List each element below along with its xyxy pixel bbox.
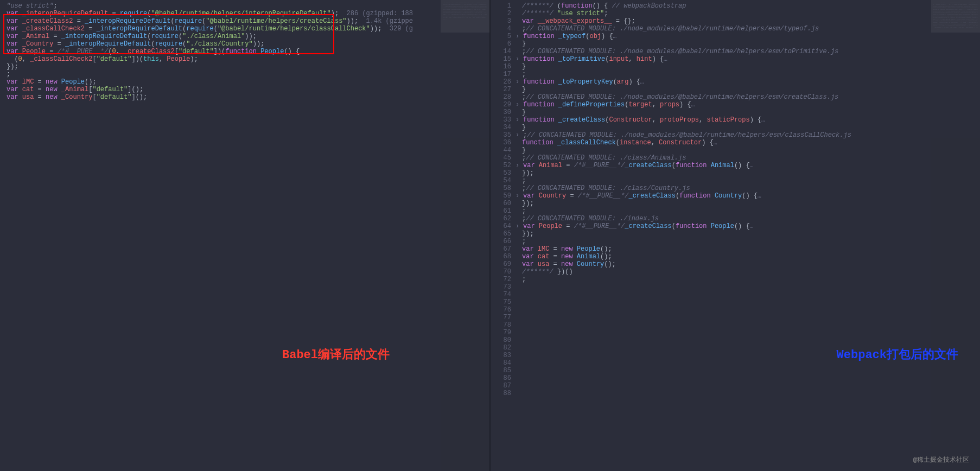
- code-line[interactable]: ;: [516, 238, 931, 245]
- code-line[interactable]: /******/ })(): [516, 268, 931, 276]
- code-line[interactable]: "use strict";: [0, 2, 441, 10]
- fold-icon[interactable]: ›: [516, 78, 522, 86]
- fold-icon[interactable]: ›: [516, 116, 522, 124]
- right-gutter: 1234561415161726272829303334353644455253…: [491, 0, 516, 471]
- code-line[interactable]: }: [516, 86, 931, 93]
- code-line[interactable]: ;: [516, 177, 931, 184]
- code-line[interactable]: var _createClass2 = _interopRequireDefau…: [0, 17, 441, 25]
- code-line[interactable]: }: [516, 63, 931, 71]
- code-line[interactable]: ;: [516, 276, 931, 283]
- fold-icon[interactable]: ›: [516, 131, 522, 139]
- fold-icon[interactable]: ›: [516, 33, 522, 40]
- code-line[interactable]: ›var Animal = /*#__PURE__*/_createClass(…: [516, 162, 931, 169]
- code-line[interactable]: var _Animal = _interopRequireDefault(req…: [0, 33, 441, 40]
- code-line[interactable]: var _classCallCheck2 = _interopRequireDe…: [0, 25, 441, 33]
- left-code-area[interactable]: "use strict";var _interopRequireDefault …: [0, 0, 441, 471]
- code-line[interactable]: ;// CONCATENATED MODULE: ./node_modules/…: [516, 25, 931, 33]
- code-line[interactable]: ;// CONCATENATED MODULE: ./node_modules/…: [516, 48, 931, 55]
- code-line[interactable]: ›function _toPrimitive(input, hint) {…: [516, 55, 931, 63]
- code-line[interactable]: /******/ (function() { // webpackBootstr…: [516, 2, 931, 10]
- code-line[interactable]: ›;// CONCATENATED MODULE: ./node_modules…: [516, 131, 931, 139]
- right-editor-pane: 1234561415161726272829303334353644455253…: [491, 0, 980, 471]
- code-line[interactable]: });: [0, 63, 441, 71]
- code-line[interactable]: });: [516, 230, 931, 238]
- right-code-area[interactable]: /******/ (function() { // webpackBootstr…: [516, 0, 931, 471]
- fold-icon[interactable]: ›: [516, 222, 522, 230]
- code-line[interactable]: ›function _defineProperties(target, prop…: [516, 101, 931, 109]
- code-line[interactable]: var usa = new Country();: [516, 260, 931, 268]
- code-line[interactable]: });: [516, 200, 931, 207]
- code-line[interactable]: ;// CONCATENATED MODULE: ./node_modules/…: [516, 93, 931, 101]
- code-line[interactable]: });: [516, 169, 931, 177]
- code-line[interactable]: var cat = new _Animal["default"]();: [0, 86, 441, 93]
- code-line[interactable]: var _Country = _interopRequireDefault(re…: [0, 40, 441, 48]
- code-line[interactable]: ›function _createClass(Constructor, prot…: [516, 116, 931, 124]
- left-editor-pane: "use strict";var _interopRequireDefault …: [0, 0, 491, 471]
- code-line[interactable]: function _classCallCheck(instance, Const…: [516, 139, 931, 147]
- code-line[interactable]: var cat = new Animal();: [516, 253, 931, 260]
- code-line[interactable]: var lMC = new People();: [516, 245, 931, 253]
- left-minimap[interactable]: "use strict"; var _interopRequireDefault…: [441, 0, 489, 471]
- code-line[interactable]: ;// CONCATENATED MODULE: ./class/Animal.…: [516, 154, 931, 162]
- fold-icon[interactable]: ›: [516, 162, 522, 169]
- watermark: @稀土掘金技术社区: [913, 455, 969, 464]
- code-line[interactable]: ;: [516, 207, 931, 215]
- code-line[interactable]: ›var Country = /*#__PURE__*/_createClass…: [516, 192, 931, 200]
- code-line[interactable]: var lMC = new People();: [0, 78, 441, 86]
- code-line[interactable]: }: [516, 109, 931, 116]
- code-line[interactable]: ;: [0, 71, 441, 78]
- fold-icon[interactable]: ›: [516, 101, 522, 109]
- fold-icon[interactable]: ›: [516, 55, 522, 63]
- code-line[interactable]: var __webpack_exports__ = {};: [516, 17, 931, 25]
- code-line[interactable]: (0, _classCallCheck2["default"])(this, P…: [0, 55, 441, 63]
- code-line[interactable]: ›function _toPropertyKey(arg) {…: [516, 78, 931, 86]
- code-line[interactable]: }: [516, 147, 931, 154]
- code-line[interactable]: var usa = new _Country["default"]();: [0, 93, 441, 101]
- code-line[interactable]: ;: [516, 71, 931, 78]
- code-line[interactable]: }: [516, 40, 931, 48]
- code-line[interactable]: ;// CONCATENATED MODULE: ./class/Country…: [516, 184, 931, 192]
- right-minimap[interactable]: /******/ (function() { // webpackBootstr…: [931, 0, 980, 471]
- code-line[interactable]: var People = /*#__PURE__*/(0, _createCla…: [0, 48, 441, 55]
- code-line[interactable]: ›var People = /*#__PURE__*/_createClass(…: [516, 222, 931, 230]
- fold-icon[interactable]: ›: [516, 192, 522, 200]
- code-line[interactable]: ›function _typeof(obj) {…: [516, 33, 931, 40]
- code-line[interactable]: var _interopRequireDefault = require("@b…: [0, 10, 441, 17]
- code-line[interactable]: ;// CONCATENATED MODULE: ./index.js: [516, 215, 931, 222]
- code-line[interactable]: /******/ "use strict";: [516, 10, 931, 17]
- code-line[interactable]: }: [516, 124, 931, 131]
